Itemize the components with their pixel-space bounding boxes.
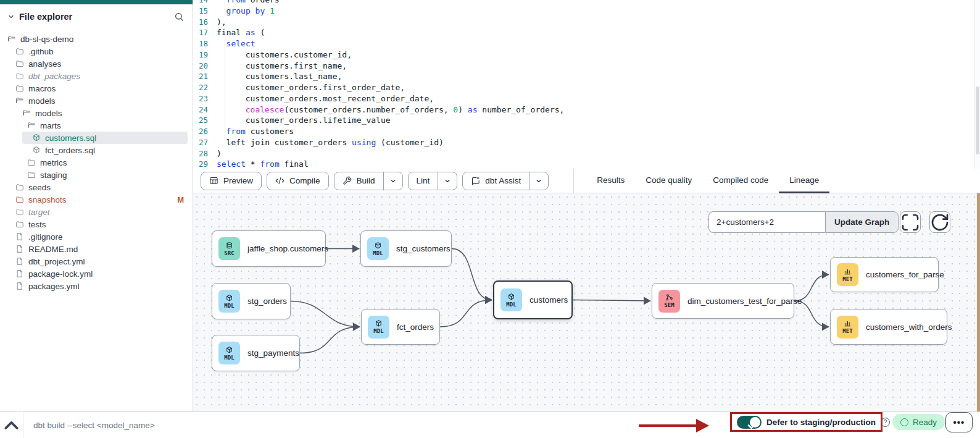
code-line[interactable]: 26from customers bbox=[193, 126, 974, 137]
file-tree-item[interactable]: dbt_project.yml bbox=[0, 255, 193, 267]
code-line[interactable]: 15group by 1 bbox=[193, 6, 974, 17]
code-line[interactable]: 25customer_orders.lifetime_value bbox=[193, 115, 974, 126]
folder-icon bbox=[27, 171, 36, 179]
file-tree-item[interactable]: models bbox=[0, 95, 193, 107]
file-tree-label: .gitignore bbox=[28, 232, 63, 242]
result-tabs: ResultsCode qualityCompiled codeLineage bbox=[586, 169, 829, 193]
file-tree-item[interactable]: README.md bbox=[0, 243, 193, 255]
defer-toggle[interactable] bbox=[737, 416, 762, 429]
status-badge[interactable]: Ready bbox=[892, 414, 945, 430]
file-tree-item[interactable]: marts bbox=[0, 119, 193, 132]
file-tree-item[interactable]: metrics bbox=[0, 156, 193, 169]
build-button[interactable]: Build bbox=[334, 172, 403, 190]
file-tree-item[interactable]: staging bbox=[0, 169, 193, 181]
lineage-node-stg_payments[interactable]: MDLstg_payments bbox=[212, 335, 300, 371]
button-label: dbt Assist bbox=[485, 176, 521, 185]
status-label: Ready bbox=[913, 418, 937, 427]
code-line[interactable]: 24coalesce(customer_orders.number_of_ord… bbox=[193, 104, 974, 116]
update-graph-button[interactable]: Update Graph bbox=[825, 211, 899, 233]
sidebar-accent-bar bbox=[0, 0, 193, 4]
file-tree-label: metrics bbox=[40, 158, 67, 167]
file-tree-item[interactable]: fct_orders.sql bbox=[0, 144, 193, 156]
file-tree-item[interactable]: db-sl-qs-demo bbox=[0, 33, 193, 45]
file-tree-item[interactable]: models bbox=[0, 107, 193, 119]
chevron-down-icon[interactable] bbox=[383, 172, 402, 190]
lineage-panel: SRCjaffle_shop.customersMDLstg_customers… bbox=[193, 193, 980, 411]
lineage-node-customers_for_parse[interactable]: METcustomers_for_parse bbox=[830, 257, 939, 292]
lineage-node-stg_orders[interactable]: MDLstg_orders bbox=[212, 283, 291, 319]
cube-icon: MDL bbox=[218, 342, 240, 364]
file-tree-label: seeds bbox=[28, 183, 51, 192]
more-options-button[interactable]: ••• bbox=[945, 412, 973, 432]
search-icon[interactable] bbox=[174, 12, 184, 22]
lineage-node-customers_with_orders[interactable]: METcustomers_with_orders bbox=[830, 309, 947, 345]
refresh-icon bbox=[930, 213, 950, 232]
tab-code-quality[interactable]: Code quality bbox=[635, 169, 702, 193]
code-line[interactable]: 23customer_orders.most_recent_order_date… bbox=[193, 93, 974, 104]
wrench-icon bbox=[343, 176, 352, 185]
file-tree-label: db-sl-qs-demo bbox=[20, 35, 73, 44]
node-label: customers_for_parse bbox=[866, 270, 944, 279]
compile-button[interactable]: Compile bbox=[267, 172, 329, 190]
code-line[interactable]: 27left join customer_orders using (custo… bbox=[193, 137, 974, 148]
database-icon: SRC bbox=[218, 237, 240, 260]
tab-compiled-code[interactable]: Compiled code bbox=[702, 169, 779, 193]
file-tree-item[interactable]: dbt_packages bbox=[0, 70, 193, 82]
file-tree-item[interactable]: .gitignore bbox=[0, 230, 193, 243]
code-line[interactable]: 18select bbox=[193, 38, 974, 49]
preview-button[interactable]: Preview bbox=[201, 172, 262, 190]
file-tree-item[interactable]: package-lock.yml bbox=[0, 267, 193, 280]
code-line[interactable]: 17final as ( bbox=[193, 27, 974, 38]
fullscreen-button[interactable] bbox=[900, 211, 921, 233]
file-explorer-title: File explorer bbox=[19, 12, 170, 22]
code-editor[interactable]: 14from orders15group by 116),17final as … bbox=[193, 0, 980, 169]
editor-scrollbar[interactable] bbox=[974, 0, 980, 169]
file-tree-item[interactable]: macros bbox=[0, 82, 193, 95]
file-tree-item[interactable]: snapshotsM bbox=[0, 193, 193, 206]
line-number: 21 bbox=[193, 71, 217, 82]
file-tree-label: .github bbox=[28, 47, 54, 56]
dbt-assist-button[interactable]: dbt Assist bbox=[462, 172, 549, 190]
code-line[interactable]: 20customers.first_name, bbox=[193, 61, 974, 72]
file-tree-item[interactable]: seeds bbox=[0, 181, 193, 193]
tab-lineage[interactable]: Lineage bbox=[779, 169, 829, 193]
code-line[interactable]: 29select * from final bbox=[193, 159, 974, 169]
folder-icon bbox=[15, 220, 24, 229]
file-tree-item[interactable]: packages.yml bbox=[0, 280, 193, 292]
file-tree-item[interactable]: .github bbox=[0, 45, 193, 57]
file-tree-item[interactable]: tests bbox=[0, 218, 193, 230]
lineage-selector-input[interactable] bbox=[708, 211, 825, 233]
code-line[interactable]: 22customer_orders.first_order_date, bbox=[193, 82, 974, 93]
folder-icon bbox=[15, 208, 24, 216]
lineage-node-dim_customers_test_for_parse[interactable]: SEMdim_customers_test_for_parse bbox=[652, 283, 794, 319]
code-line[interactable]: 14from orders bbox=[193, 0, 974, 6]
expand-command-bar-button[interactable] bbox=[0, 414, 23, 437]
file-tree-item[interactable]: customers.sql bbox=[22, 132, 188, 144]
file-tree-label: snapshots bbox=[28, 195, 67, 204]
command-input[interactable] bbox=[23, 420, 283, 431]
code-line[interactable]: 16), bbox=[193, 17, 974, 28]
lineage-node-customers[interactable]: MDLcustomers bbox=[493, 280, 573, 319]
file-tree-item[interactable]: target bbox=[0, 206, 193, 218]
lineage-node-jaffle_shop_customers[interactable]: SRCjaffle_shop.customers bbox=[212, 230, 326, 267]
line-number: 14 bbox=[193, 0, 217, 6]
chevron-down-icon[interactable] bbox=[529, 172, 548, 190]
lint-button[interactable]: Lint bbox=[408, 172, 458, 190]
code-line[interactable]: 28) bbox=[193, 148, 974, 159]
chevron-down-icon[interactable] bbox=[7, 13, 15, 20]
code-line[interactable]: 19customers.customer_id, bbox=[193, 49, 974, 61]
code-line[interactable]: 21customers.last_name, bbox=[193, 71, 974, 82]
lineage-node-fct_orders[interactable]: MDLfct_orders bbox=[361, 309, 440, 345]
file-tree-item[interactable]: analyses bbox=[0, 57, 193, 70]
fullscreen-icon bbox=[900, 213, 920, 232]
node-label: customers bbox=[529, 295, 568, 305]
editor-toolbar: PreviewCompileBuildLintdbt Assist Result… bbox=[193, 169, 980, 193]
editor-scrollbar-thumb[interactable] bbox=[976, 86, 979, 154]
lineage-scrollbar[interactable] bbox=[977, 193, 980, 411]
lineage-node-stg_customers[interactable]: MDLstg_customers bbox=[360, 230, 452, 267]
refresh-graph-button[interactable] bbox=[929, 211, 950, 233]
help-icon[interactable]: ? bbox=[881, 418, 890, 427]
cube-icon: MDL bbox=[368, 316, 389, 339]
chevron-down-icon[interactable] bbox=[438, 172, 457, 190]
tab-results[interactable]: Results bbox=[586, 169, 635, 193]
